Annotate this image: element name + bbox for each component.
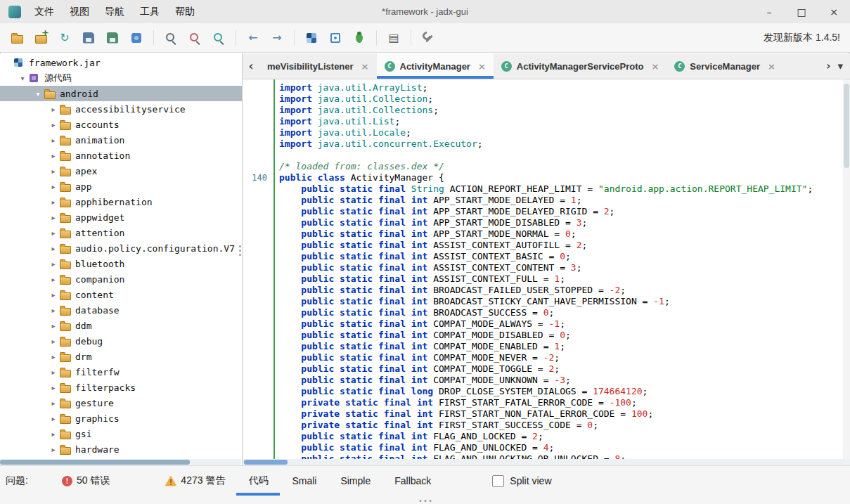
tree-item[interactable]: ▾源代码 [0, 70, 242, 86]
tabs-list-dropdown-icon[interactable]: ▾ [837, 60, 843, 72]
quark-button[interactable] [328, 31, 342, 45]
editor-tab[interactable]: CActivityManagerServiceProto× [494, 53, 667, 79]
tree-collapse-icon[interactable]: ▾ [17, 75, 28, 82]
tree-item[interactable]: ▸accessibilityservice [0, 101, 242, 117]
tabs-scroll-left-icon[interactable]: ‹ [243, 53, 259, 79]
tree-horizontal-scrollbar[interactable] [0, 459, 241, 465]
tree-expand-icon[interactable]: ▸ [48, 121, 59, 129]
maximize-button[interactable]: □ [785, 0, 818, 23]
tree-item[interactable]: ▸content [0, 287, 242, 302]
tree-expand-icon[interactable]: ▸ [48, 446, 59, 453]
search-text-button[interactable] [164, 31, 178, 45]
editor-tab[interactable]: CActivityManager× [377, 53, 494, 79]
tree-item[interactable]: ▸bluetooth [0, 256, 242, 271]
tab-close-icon[interactable]: × [361, 61, 369, 72]
horizontal-scrollbar-thumb[interactable] [244, 460, 288, 465]
tree-item[interactable]: ▸database [0, 302, 242, 318]
add-files-button[interactable] [34, 31, 48, 45]
view-tab[interactable]: Simple [328, 466, 382, 496]
tree-item[interactable]: ▸debug [0, 333, 242, 349]
tree-expand-icon[interactable]: ▸ [48, 214, 59, 221]
tab-close-icon[interactable]: × [478, 61, 486, 72]
tree-item[interactable]: framework.jar [0, 55, 242, 70]
forward-button[interactable]: → [270, 31, 284, 45]
code-content[interactable]: import java.util.ArrayList;import java.u… [275, 79, 843, 459]
tree-item[interactable]: ▸audio.policy.configuration.V7 [0, 240, 242, 256]
tree-item[interactable]: ▸gsi [0, 426, 242, 441]
tree-expand-icon[interactable]: ▸ [48, 276, 59, 283]
tree-item[interactable]: ▸attention [0, 225, 242, 240]
tree-expand-icon[interactable]: ▸ [48, 384, 59, 392]
panel-splitter-handle[interactable] [239, 243, 241, 258]
menu-item[interactable]: 视图 [62, 0, 97, 23]
view-tab[interactable]: Smali [280, 466, 328, 496]
log-viewer-button[interactable]: ▤ [387, 31, 401, 45]
deobfuscation-button[interactable] [304, 31, 318, 45]
tree-expand-icon[interactable]: ▸ [48, 353, 59, 361]
split-view-checkbox[interactable] [492, 475, 504, 487]
tree-expand-icon[interactable]: ▸ [48, 136, 59, 144]
tree-expand-icon[interactable]: ▸ [48, 229, 59, 237]
tree-item[interactable]: ▸companion [0, 271, 242, 287]
warnings-indicator[interactable]: ! 4273 警告 [165, 474, 225, 487]
tree-expand-icon[interactable]: ▸ [48, 167, 59, 175]
preferences-button[interactable] [421, 31, 435, 45]
tree-expand-icon[interactable]: ▸ [48, 291, 59, 299]
update-notification-link[interactable]: 发现新版本 1.4.5! [764, 32, 840, 44]
tree-item[interactable]: ▸accounts [0, 117, 242, 132]
tree-expand-icon[interactable]: ▸ [48, 183, 59, 190]
tree-item[interactable]: ▸filterpacks [0, 380, 242, 395]
close-button[interactable]: × [818, 0, 850, 23]
tree-expand-icon[interactable]: ▸ [48, 368, 59, 376]
tree-item[interactable]: ▸drm [0, 349, 242, 364]
tree-expand-icon[interactable]: ▸ [48, 337, 59, 345]
tabs-scroll-right-icon[interactable]: › [826, 60, 830, 72]
save-gradle-button[interactable] [129, 31, 143, 45]
tree-item[interactable]: ▸apphibernation [0, 194, 242, 209]
tree-item[interactable]: ▸gesture [0, 395, 242, 411]
tree-item[interactable]: ▸animation [0, 132, 242, 148]
menu-item[interactable]: 工具 [132, 0, 167, 23]
view-tab[interactable]: 代码 [236, 466, 280, 496]
minimize-button[interactable]: – [753, 0, 785, 23]
tree-item[interactable]: ▸hardware [0, 441, 242, 457]
menu-item[interactable]: 导航 [97, 0, 132, 23]
back-button[interactable]: ← [246, 31, 260, 45]
tree-expand-icon[interactable]: ▸ [48, 306, 59, 314]
tree-expand-icon[interactable]: ▸ [48, 430, 59, 438]
tree-expand-icon[interactable]: ▸ [48, 245, 59, 252]
view-tab[interactable]: Fallback [382, 466, 443, 496]
tree-expand-icon[interactable]: ▸ [48, 415, 59, 422]
tree-item[interactable]: ▸apex [0, 163, 242, 179]
reload-button[interactable]: ↻ [58, 31, 72, 45]
tree-expand-icon[interactable]: ▸ [48, 322, 59, 330]
editor-tab[interactable]: meVisibilityListener× [259, 53, 377, 79]
tree-expand-icon[interactable]: ▸ [48, 260, 59, 268]
tree-item[interactable]: ▸graphics [0, 411, 242, 426]
tab-close-icon[interactable]: × [768, 61, 775, 72]
tab-close-icon[interactable]: × [651, 61, 659, 72]
export-button[interactable] [105, 31, 120, 45]
tree-item[interactable]: ▸filterfw [0, 364, 242, 380]
tree-collapse-icon[interactable]: ▾ [32, 90, 44, 98]
search-class-button[interactable] [188, 31, 202, 45]
bottom-panel-grip-handle[interactable] [419, 500, 431, 502]
errors-indicator[interactable]: ! 50 错误 [62, 474, 110, 487]
editor-vertical-scrollbar[interactable] [843, 79, 850, 459]
tree-expand-icon[interactable]: ▸ [48, 152, 59, 160]
tree-item[interactable]: ▸ddm [0, 318, 242, 333]
search-comment-button[interactable] [212, 31, 226, 45]
split-view-toggle[interactable]: Split view [492, 475, 551, 487]
tree-item[interactable]: ▸app [0, 179, 242, 194]
menu-item[interactable]: 文件 [27, 0, 62, 23]
tree-scrollbar-thumb[interactable] [0, 460, 190, 465]
tree-expand-icon[interactable]: ▸ [48, 198, 59, 206]
tree-expand-icon[interactable]: ▸ [48, 105, 59, 113]
save-all-button[interactable] [82, 31, 96, 45]
editor-horizontal-scrollbar[interactable] [243, 459, 850, 465]
vertical-scrollbar-thumb[interactable] [844, 84, 849, 168]
debugger-button[interactable] [352, 31, 366, 45]
editor-tab[interactable]: CServiceManager× [667, 53, 783, 79]
menu-item[interactable]: 帮助 [167, 0, 202, 23]
open-file-button[interactable] [10, 31, 24, 45]
